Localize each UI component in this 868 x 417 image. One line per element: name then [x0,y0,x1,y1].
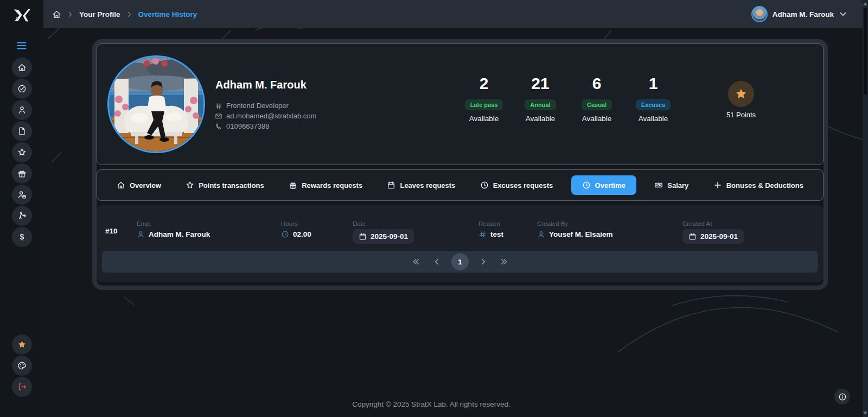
sidebar-item-logout[interactable] [12,377,32,397]
field-date: Date 2025-09-01 [353,220,414,244]
calendar-icon [359,232,367,241]
info-icon [838,393,847,401]
breadcrumb-your-profile[interactable]: Your Profile [79,10,120,18]
chevrons-right-icon [500,257,508,266]
logout-icon [17,382,27,391]
field-created-by: Created By Yousef M. Elsaiem [537,220,613,238]
current-page-button[interactable]: 1 [451,253,469,270]
status-badge: Casual [582,99,612,110]
employee-role: Frontend Developer [215,102,289,110]
footer-copyright: Copyright © 2025 StratX Lab. All rights … [0,400,863,408]
breadcrumb-overtime-history[interactable]: Overtime History [138,10,197,18]
tab-overtime[interactable]: Overtime [571,175,636,195]
status-badge: Excuses [636,99,671,110]
phone-icon [215,123,222,130]
star-icon [17,148,27,157]
profile-panel: Adham M. Farouk Frontend Developer ad.mo… [92,39,828,290]
profile-tabs: Overview Points transactions Rewards req… [97,169,824,201]
topbar: Your Profile Overtime History Adham M. F… [43,0,863,28]
sidebar-item-favorites[interactable] [12,334,32,355]
profile-card: Adham M. Farouk Frontend Developer ad.mo… [97,43,824,165]
star-filled-icon [17,340,27,349]
check-circle-icon [17,84,27,93]
field-created-at: Created At 2025-09-01 [682,220,744,244]
hash-icon [215,102,222,110]
info-button[interactable] [834,389,850,405]
stat-excuses: 1 Excuses Available [623,75,683,123]
user-icon [17,105,27,115]
tab-rewards-requests[interactable]: Rewards requests [282,176,369,194]
chevron-down-icon [839,10,847,18]
employee-email: ad.mohamed@stratxlab.com [215,112,316,120]
chevron-right-icon [126,11,133,18]
sidebar-item-salary[interactable] [12,227,32,247]
mail-icon [215,112,222,120]
calendar-icon [688,232,697,241]
stat-casual: 6 Casual Available [567,75,627,123]
points-label: 51 Points [715,111,767,119]
row-id: #10 [105,227,118,235]
scrollbar-thumb[interactable] [864,8,867,94]
scrollbar-down-arrow-icon[interactable] [863,412,867,415]
sidebar-item-documents[interactable] [12,121,32,141]
dollar-icon [17,232,27,242]
user-menu[interactable]: Adham M. Farouk [751,6,847,22]
clock-icon [582,181,591,189]
sidebar-item-home[interactable] [12,58,32,78]
last-page-button[interactable] [498,256,510,268]
app-logo[interactable] [9,3,34,28]
stat-late-pass: 2 Late pass Available [454,75,514,123]
tab-points-transactions[interactable]: Points transactions [179,176,271,194]
scrollbar-up-arrow-icon[interactable] [863,2,867,5]
sidebar-item-approvals[interactable] [12,79,32,99]
sidebar-item-theme[interactable] [12,356,32,376]
home-icon[interactable] [52,10,61,19]
star-filled-icon [735,87,748,100]
employee-name: Adham M. Farouk [215,79,307,91]
status-badge: Annual [525,99,556,110]
pagination: 1 [102,251,818,273]
hash-icon [478,230,487,238]
home-icon [17,63,27,72]
page-scrollbar[interactable] [863,0,868,417]
tab-overview[interactable]: Overview [110,176,168,194]
cash-icon [654,181,663,189]
points-star-circle [728,81,754,107]
sidebar-item-rewards[interactable] [12,163,32,184]
chevrons-left-icon [412,257,420,266]
profile-photo-image [109,57,203,151]
field-hours: Hours 02.00 [281,220,311,238]
stat-annual: 21 Annual Available [510,75,570,123]
tab-bonuses-deductions[interactable]: Bonuses & Deductions [707,176,810,194]
date-chip: 2025-09-01 [353,229,414,244]
sidebar-item-deductions[interactable] [12,185,32,205]
user-name: Adham M. Farouk [773,10,834,18]
user-icon [137,230,145,238]
profile-photo [107,55,205,153]
tab-leaves-requests[interactable]: Leaves requests [380,176,462,194]
date-chip: 2025-09-01 [682,229,744,244]
sidebar-item-leaves[interactable] [12,206,32,226]
user-walking-icon [17,211,27,220]
hamburger-menu-icon[interactable] [14,39,29,52]
star-icon [186,181,194,189]
employee-phone: 01096637388 [215,122,270,130]
calendar-icon [387,181,395,189]
prev-page-button[interactable] [431,256,443,268]
status-badge: Late pass [465,99,503,110]
sidebar [0,0,43,417]
tab-salary[interactable]: Salary [648,176,695,194]
points-summary: 51 Points [715,81,767,119]
sidebar-item-points[interactable] [12,142,32,162]
avatar [751,6,768,22]
home-icon [117,181,125,189]
palette-icon [17,361,27,370]
breadcrumb: Your Profile Overtime History [52,10,197,19]
first-page-button[interactable] [410,256,422,268]
user-coin-icon [17,190,27,199]
overtime-table: #10 Emp. Adham M. Farouk Hours 02.00 Dat… [97,205,824,282]
sidebar-item-employees[interactable] [12,100,32,120]
field-reason: Reason test [478,220,503,238]
tab-excuses-requests[interactable]: Excuses requests [474,176,560,194]
next-page-button[interactable] [477,256,489,268]
